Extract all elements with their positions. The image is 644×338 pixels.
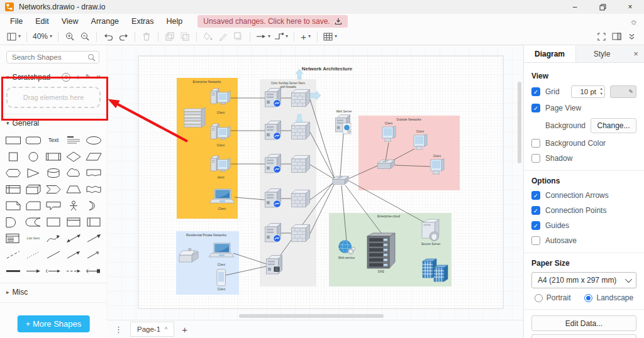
diagram-title[interactable]: Network Architecture — [302, 66, 353, 72]
shape-cylinder[interactable] — [44, 166, 63, 180]
minimize-button[interactable]: – — [561, 0, 589, 14]
shape-process[interactable] — [44, 150, 63, 163]
search-shapes-input[interactable] — [6, 51, 99, 63]
shape-list[interactable] — [4, 231, 23, 245]
menu-edit[interactable]: Edit — [29, 15, 55, 28]
grid-size-spinner[interactable]: ▲▼ — [600, 87, 603, 96]
shape-note[interactable] — [4, 199, 23, 212]
scratchpad-dropzone[interactable]: Drag elements here — [6, 87, 101, 108]
landscape-radio[interactable] — [584, 294, 592, 302]
grid-size-input[interactable]: 10 pt ▲▼ — [571, 85, 605, 98]
shape-trapezoid[interactable] — [64, 182, 83, 196]
shape-filled-edge[interactable] — [84, 264, 103, 278]
close-button[interactable]: × — [616, 0, 644, 14]
shape-directional-arrow[interactable] — [64, 248, 83, 261]
shape-textbox[interactable] — [64, 133, 83, 147]
restore-button[interactable] — [589, 0, 616, 14]
undo-button[interactable] — [101, 30, 116, 43]
shape-bidirectional-arrow[interactable] — [64, 231, 83, 245]
panel-close-icon[interactable]: × — [628, 45, 644, 62]
drawing-canvas[interactable]: Network Architecture Enterprise Networks… — [107, 45, 524, 320]
shape-callout[interactable] — [44, 199, 63, 212]
scratchpad-edit-icon[interactable]: ✎ — [86, 73, 91, 81]
paper-size-select[interactable]: A4 (210 mm x 297 mm) — [531, 272, 636, 288]
edit-data-button[interactable]: Edit Data... — [531, 315, 636, 331]
landscape-radio-option[interactable]: Landscape — [584, 293, 633, 302]
shape-document[interactable] — [84, 166, 103, 180]
connection-arrows-checkbox[interactable] — [531, 191, 540, 200]
scratchpad-help-icon[interactable]: ? — [62, 73, 70, 82]
connection-style-button[interactable]: ▾ — [254, 30, 272, 43]
zoom-level-button[interactable]: 40% ▾ — [31, 30, 54, 43]
page-tab[interactable]: Page-1 ^ — [130, 322, 174, 337]
shape-dashed-line[interactable] — [4, 248, 23, 261]
shape-circle[interactable] — [24, 150, 43, 163]
tab-diagram[interactable]: Diagram — [524, 45, 576, 62]
shape-hexagon[interactable] — [4, 166, 23, 180]
shape-square[interactable] — [4, 150, 23, 163]
shape-link[interactable] — [4, 264, 23, 278]
misc-section-header[interactable]: ▸ Misc — [0, 283, 107, 300]
node-central-hub[interactable] — [333, 176, 348, 184]
node-gateway-server[interactable] — [267, 256, 282, 275]
pages-menu-icon[interactable]: ⋮ — [107, 325, 130, 334]
shape-internal-storage[interactable] — [4, 182, 23, 196]
insert-button[interactable]: + ▾ — [298, 30, 313, 43]
canvas-horizontal-scrollbar[interactable] — [239, 314, 384, 318]
menu-view[interactable]: View — [55, 15, 85, 28]
autosave-checkbox[interactable] — [531, 236, 540, 245]
portrait-radio-option[interactable]: Portrait — [535, 293, 571, 302]
shape-card[interactable] — [24, 199, 43, 212]
redo-button[interactable] — [116, 30, 131, 43]
shape-dotted-line[interactable] — [24, 248, 43, 261]
background-color-checkbox[interactable] — [531, 139, 540, 148]
node-outside-switch[interactable] — [378, 160, 395, 169]
scratchpad-add-icon[interactable]: + — [75, 72, 80, 82]
shape-parallelogram[interactable] — [84, 150, 103, 163]
connection-points-checkbox[interactable] — [531, 206, 540, 215]
menu-extras[interactable]: Extras — [125, 15, 160, 28]
grid-checkbox[interactable] — [531, 87, 540, 96]
waypoint-style-button[interactable]: ▾ — [272, 30, 290, 43]
view-panels-button[interactable]: ▾ — [5, 30, 23, 43]
shape-data-storage[interactable] — [24, 215, 43, 229]
shape-cloud[interactable] — [64, 166, 83, 180]
shape-line[interactable] — [44, 248, 63, 261]
shape-actor[interactable] — [64, 199, 83, 212]
shape-container[interactable] — [44, 215, 63, 229]
shape-directional-link[interactable] — [24, 264, 43, 278]
shape-step[interactable] — [44, 182, 63, 196]
shape-tape[interactable] — [84, 182, 103, 196]
shape-cube[interactable] — [24, 182, 43, 196]
shape-text[interactable]: Text — [44, 133, 63, 147]
shape-or[interactable] — [84, 199, 103, 212]
shadow-checkbox[interactable] — [531, 154, 540, 163]
node-dns[interactable] — [367, 233, 395, 268]
scratchpad-header[interactable]: ▾ Scratchpad ? + ✎ × — [0, 68, 107, 85]
change-background-button[interactable]: Change... — [591, 118, 636, 133]
page-view-checkbox[interactable] — [531, 104, 540, 112]
canvas-vertical-scrollbar[interactable] — [518, 82, 521, 163]
grid-color-swatch[interactable]: ✎ — [610, 85, 636, 98]
fullscreen-button[interactable] — [594, 30, 609, 43]
shape-list-item[interactable]: List Item — [24, 231, 43, 245]
node-mainframe[interactable] — [184, 107, 205, 128]
unsaved-changes-button[interactable]: Unsaved changes. Click here to save. — [197, 15, 347, 28]
region-residential-networks[interactable]: Residential Private Networks — [176, 231, 239, 295]
portrait-radio[interactable] — [535, 294, 543, 302]
region-citrix-farm[interactable]: Citrix XenApp Server Farm with firewalls — [260, 79, 316, 286]
theme-toggle-button[interactable]: ☼ — [630, 16, 638, 26]
shape-container-title[interactable] — [64, 215, 83, 229]
shape-rounded-rectangle[interactable] — [24, 133, 43, 147]
scratchpad-close-icon[interactable]: × — [96, 73, 101, 82]
shape-rectangle[interactable] — [4, 133, 23, 147]
collapse-toolbar-button[interactable] — [624, 30, 639, 43]
shape-arrow[interactable] — [84, 231, 103, 245]
zoom-in-button[interactable] — [62, 30, 77, 43]
menu-file[interactable]: File — [4, 15, 29, 28]
shape-vertical-container[interactable] — [84, 215, 103, 229]
more-shapes-button[interactable]: + More Shapes — [18, 315, 90, 332]
shape-curve[interactable] — [44, 231, 63, 245]
guides-checkbox[interactable] — [531, 221, 540, 230]
node-secure-server[interactable] — [422, 219, 439, 241]
